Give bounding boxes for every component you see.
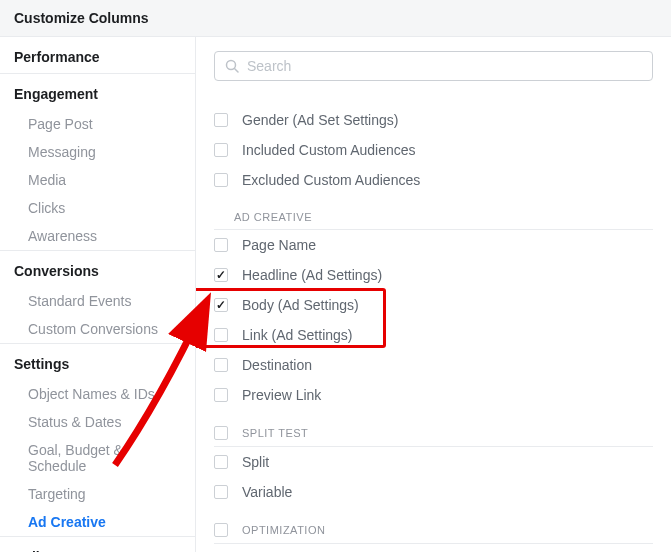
option-label: Excluded Custom Audiences [242,172,420,188]
option-split[interactable]: Split [214,447,653,477]
search-input[interactable] [247,58,642,74]
checkbox-icon [214,113,228,127]
option-label: Variable [242,484,292,500]
checkbox-icon [214,143,228,157]
checkbox-icon [214,238,228,252]
section-heading-label: AD CREATIVE [234,211,312,223]
option-variable[interactable]: Variable [214,477,653,507]
sidebar-item-messaging[interactable]: Messaging [0,138,195,166]
checkbox-icon [214,358,228,372]
sidebar-group-conversions: Conversions Standard Events Custom Conve… [0,251,195,344]
dialog-title: Customize Columns [14,10,657,26]
sidebar-item-goal-budget-schedule[interactable]: Goal, Budget & Schedule [0,436,195,480]
dialog-body: Performance Engagement Page Post Messagi… [0,37,671,552]
option-label: Destination [242,357,312,373]
option-headline[interactable]: Headline (Ad Settings) [214,260,653,290]
checkbox-icon [214,485,228,499]
dialog-header: Customize Columns [0,0,671,37]
svg-line-1 [235,69,239,73]
option-label: Gender (Ad Set Settings) [242,112,398,128]
sidebar-group-engagement: Engagement Page Post Messaging Media Cli… [0,74,195,251]
section-heading-label: SPLIT TEST [242,427,308,439]
sidebar-head-engagement[interactable]: Engagement [0,74,195,110]
sidebar-head-conversions[interactable]: Conversions [0,251,195,287]
sidebar-head-settings[interactable]: Settings [0,344,195,380]
option-label: Included Custom Audiences [242,142,416,158]
checkbox-icon [214,388,228,402]
section-heading-label: OPTIMIZATION [242,524,325,536]
checkbox-icon [214,523,228,537]
checkbox-icon [214,426,228,440]
sidebar-group-split-test: Split Test [0,537,195,552]
option-label: Preview Link [242,387,321,403]
sidebar-item-media[interactable]: Media [0,166,195,194]
main-panel: Gender (Ad Set Settings) Included Custom… [196,37,671,552]
checkbox-checked-icon [214,268,228,282]
section-heading-split-test: SPLIT TEST [214,420,653,447]
option-preview-link[interactable]: Preview Link [214,380,653,410]
sidebar-item-page-post[interactable]: Page Post [0,110,195,138]
option-label: Headline (Ad Settings) [242,267,382,283]
sidebar: Performance Engagement Page Post Messagi… [0,37,196,552]
option-gender[interactable]: Gender (Ad Set Settings) [214,105,653,135]
sidebar-item-clicks[interactable]: Clicks [0,194,195,222]
option-label: Page Name [242,237,316,253]
sidebar-group-performance: Performance [0,37,195,74]
sidebar-item-status-dates[interactable]: Status & Dates [0,408,195,436]
option-included-audiences[interactable]: Included Custom Audiences [214,135,653,165]
sidebar-head-split-test[interactable]: Split Test [0,537,195,552]
sidebar-item-awareness[interactable]: Awareness [0,222,195,250]
option-excluded-audiences[interactable]: Excluded Custom Audiences [214,165,653,195]
sidebar-item-standard-events[interactable]: Standard Events [0,287,195,315]
search-icon [225,59,239,73]
sidebar-item-object-names-ids[interactable]: Object Names & IDs [0,380,195,408]
sidebar-item-custom-conversions[interactable]: Custom Conversions [0,315,195,343]
section-heading-ad-creative: AD CREATIVE [214,205,653,230]
sidebar-group-settings: Settings Object Names & IDs Status & Dat… [0,344,195,537]
sidebar-item-targeting[interactable]: Targeting [0,480,195,508]
sidebar-head-performance[interactable]: Performance [0,37,195,73]
option-page-name[interactable]: Page Name [214,230,653,260]
checkbox-icon [214,173,228,187]
option-label: Split [242,454,269,470]
checkbox-icon [214,455,228,469]
option-destination[interactable]: Destination [214,350,653,380]
sidebar-item-ad-creative[interactable]: Ad Creative [0,508,195,536]
search-field-wrap[interactable] [214,51,653,81]
section-heading-optimization: OPTIMIZATION [214,517,653,544]
annotation-highlight-box [196,288,386,348]
